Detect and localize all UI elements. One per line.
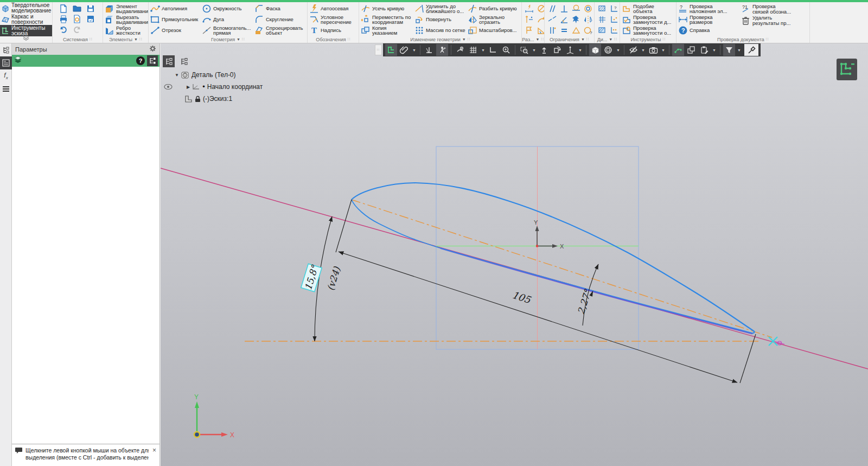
tang-constraint-icon[interactable] [571, 4, 581, 14]
corner-constraint-icon[interactable]: ? [609, 4, 619, 14]
group-grip[interactable]: ∷ [242, 37, 245, 42]
sketch-mode-indicator[interactable] [837, 59, 857, 80]
zoom-select-icon[interactable] [518, 44, 530, 56]
ortho-mode-icon[interactable] [423, 44, 435, 56]
tri-constraint-icon[interactable] [571, 25, 581, 35]
ribbon-item[interactable]: Автоосевая [309, 3, 357, 14]
ref-dimension-value[interactable]: (v24) [325, 265, 343, 292]
ribbon-item[interactable]: Подобие объекта [622, 3, 674, 14]
fix-constraint-icon[interactable] [571, 15, 581, 24]
ribbon-item[interactable]: Копия указанием [361, 25, 413, 36]
group-dropdown-icon[interactable]: ▼ [581, 37, 585, 41]
arc-constraint-icon[interactable] [537, 15, 544, 24]
group-grip[interactable]: ∷ [541, 37, 544, 42]
close-message-icon[interactable]: × [151, 447, 157, 466]
eyedropper-icon[interactable] [744, 44, 758, 56]
ribbon-item[interactable]: Спроецировать объект [254, 25, 303, 36]
group-grip[interactable]: ∷ [586, 37, 589, 42]
group-grip[interactable]: ∷ [614, 37, 617, 42]
par-constraint-icon[interactable] [547, 4, 557, 14]
ribbon-item[interactable]: Проверка замкнутости о... [622, 25, 674, 36]
noent-constraint-icon[interactable] [537, 4, 544, 14]
length-dimension-value[interactable]: 105 [510, 289, 533, 305]
ribbon-item[interactable]: TНадпись [309, 25, 357, 36]
menu-icon[interactable] [0, 82, 12, 95]
ribbon-item[interactable]: Разбить кривую [468, 3, 519, 14]
group-grip[interactable]: ∷ [766, 37, 769, 42]
group-grip[interactable]: ∷ [139, 37, 142, 42]
sym-constraint-icon[interactable] [583, 15, 593, 24]
group-dropdown-icon[interactable]: ▼ [237, 37, 240, 41]
insert-icon[interactable] [698, 44, 710, 56]
ribbon-item[interactable]: Скругление [254, 14, 303, 25]
help-icon[interactable]: ? [136, 56, 145, 65]
dropdown-caret-icon[interactable]: ▼ [640, 48, 646, 52]
ang-constraint-icon[interactable] [559, 15, 569, 24]
snap-points-icon[interactable] [672, 44, 684, 56]
normal-view-icon[interactable] [436, 44, 448, 56]
dropdown-caret-icon[interactable]: ▼ [660, 48, 666, 52]
tree-composition-button[interactable] [178, 55, 190, 67]
circq-constraint-icon[interactable]: ? [583, 25, 593, 35]
dropdown-caret-icon[interactable]: ▼ [411, 48, 417, 52]
group-grip[interactable]: ∷ [348, 37, 350, 42]
capture-icon[interactable] [647, 44, 659, 56]
collapse-chevron-icon[interactable] [0, 36, 52, 41]
fx-icon[interactable]: fx [0, 69, 12, 82]
toolbar-grip[interactable]: ∷ [375, 44, 382, 55]
snap-icon[interactable] [398, 44, 410, 56]
drawing-canvas[interactable]: 105 15,8° (v24) 2,27° Y X [161, 43, 868, 466]
ribbon-item[interactable]: Элемент выдавливания [105, 3, 148, 14]
centerlines[interactable] [245, 200, 772, 341]
dropdown-caret-icon[interactable]: ▼ [736, 48, 742, 52]
save-icon[interactable] [86, 4, 95, 13]
dropdown-caret-icon[interactable]: ▼ [577, 48, 583, 52]
gear-icon[interactable] [149, 45, 156, 53]
new-document-icon[interactable] [59, 4, 68, 13]
dots-constraint-icon[interactable] [609, 25, 619, 35]
dimv-constraint-icon[interactable] [525, 15, 534, 24]
tree-item-sketch[interactable]: (-)Эскиз:1 [184, 94, 232, 103]
group-grip[interactable]: ∷ [90, 37, 92, 42]
hatch2-constraint-icon[interactable] [597, 25, 607, 35]
ribbon-item[interactable]: ?1Проверка связей обозна... [741, 3, 802, 15]
cdots-constraint-icon[interactable] [609, 15, 619, 24]
ribbon-item[interactable]: Автолиния [150, 3, 201, 14]
group-dropdown-icon[interactable]: ▼ [134, 37, 138, 41]
vert-constraint-icon[interactable] [547, 25, 557, 35]
save-all-icon[interactable] [86, 14, 95, 23]
group-dropdown-icon[interactable]: ▼ [609, 37, 612, 41]
angle2-dimension-value[interactable]: 2,27° [576, 288, 593, 316]
tree-structure-button[interactable] [163, 55, 175, 67]
ribbon-tab-0[interactable]: Твердотельное моделирование [0, 2, 52, 14]
ribbon-item[interactable]: Вырезать выдавливанием [105, 14, 148, 25]
ribbon-tab-1[interactable]: Каркас и поверхности [0, 14, 52, 25]
angtri-constraint-icon[interactable] [537, 25, 544, 35]
angle-dimension-box[interactable]: 15,8° [301, 263, 322, 292]
group-dropdown-icon[interactable]: ▼ [536, 37, 540, 41]
hatch-constraint-icon[interactable] [597, 4, 607, 14]
airfoil-upper-curve[interactable] [352, 183, 755, 334]
dropdown-caret-icon[interactable]: ▼ [531, 48, 537, 52]
redo-icon[interactable] [72, 24, 81, 34]
ribbon-item[interactable]: Фаска [254, 3, 303, 14]
hide-objects-icon[interactable] [627, 44, 639, 56]
corner-snap-icon[interactable] [487, 44, 499, 56]
ribbon-item[interactable]: Удалить результаты пр... [741, 15, 802, 26]
group-dropdown-icon[interactable]: ▼ [462, 37, 466, 41]
ribbon-item[interactable]: Зеркально отразить [468, 14, 519, 25]
dimh-constraint-icon[interactable] [525, 4, 534, 14]
rotate-view-icon[interactable] [551, 44, 563, 56]
visualization-icon[interactable] [454, 44, 466, 56]
zoom-icon[interactable] [500, 44, 512, 56]
ribbon-item[interactable]: Отрезок [150, 25, 201, 36]
undo-icon[interactable] [59, 24, 68, 34]
ribbon-item[interactable]: ?Справка [678, 25, 740, 36]
axes-view-icon[interactable] [564, 44, 576, 56]
eq-constraint-icon[interactable] [559, 25, 569, 35]
tree-item-part[interactable]: ▼ Деталь (Тел-0) [175, 71, 236, 79]
shaded-view-icon[interactable] [589, 44, 601, 56]
filter-icon[interactable] [723, 44, 735, 56]
group-grip[interactable]: ∷ [468, 37, 470, 42]
ribbon-item[interactable]: Повернуть [414, 14, 467, 25]
